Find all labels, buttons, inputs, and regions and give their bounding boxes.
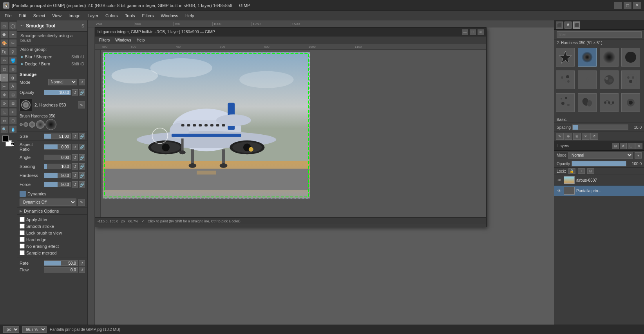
brush-action-new[interactable]: ⊞ xyxy=(573,133,581,140)
tool-clone[interactable]: ⊕ xyxy=(9,65,17,73)
inner-maximize[interactable]: □ xyxy=(470,29,476,35)
layers-btn4[interactable]: ✕ xyxy=(635,143,642,149)
rate-reset[interactable]: ↺ xyxy=(79,260,85,266)
menu-select[interactable]: Select xyxy=(30,13,49,19)
tool-zoom[interactable]: 🔍 xyxy=(0,125,8,133)
sample-merged-checkbox[interactable] xyxy=(20,250,25,255)
spacing-link[interactable]: 🔗 xyxy=(79,163,85,170)
menu-colors[interactable]: Colors xyxy=(102,13,121,19)
force-link[interactable]: 🔗 xyxy=(79,181,85,188)
menu-filters[interactable]: Filters xyxy=(139,13,157,19)
tool-measure[interactable]: ⊢ xyxy=(0,82,8,90)
sample-merged-label[interactable]: Sample merged xyxy=(26,251,57,255)
layers-mode-select[interactable]: Normal xyxy=(568,152,633,159)
brush-action-edit[interactable]: ✎ xyxy=(556,133,564,140)
angle-link[interactable]: 🔗 xyxy=(79,154,85,161)
layers-mode-btn[interactable]: ▾ xyxy=(635,152,642,159)
flow-reset[interactable]: ↺ xyxy=(79,267,85,273)
flow-slider[interactable]: 0.0 xyxy=(44,267,78,273)
angle-reset[interactable]: ↺ xyxy=(72,154,78,161)
canvas-viewport[interactable]: bit gamma integer, GIMP built-in sRGB, 1… xyxy=(95,27,554,325)
size-reset[interactable]: ↺ xyxy=(72,133,78,139)
inner-menu-filters[interactable]: Filters xyxy=(97,38,112,43)
zoom-select[interactable]: 66.7 % xyxy=(22,326,47,333)
tool-transform[interactable]: ⟳ xyxy=(0,99,8,107)
smooth-stroke-checkbox[interactable] xyxy=(20,224,25,229)
menu-image[interactable]: Image xyxy=(65,13,84,19)
tool-free-select[interactable]: ⬟ xyxy=(0,31,8,38)
brush-edit-button[interactable]: ✎ xyxy=(78,101,85,108)
tool-scale[interactable]: ⊠ xyxy=(9,99,17,107)
apply-jitter-checkbox[interactable] xyxy=(20,217,25,222)
brush-cell-texture1[interactable] xyxy=(556,70,575,89)
force-slider[interactable]: 50.0 xyxy=(44,182,71,187)
dynamics-select[interactable]: Dynamics Off xyxy=(20,199,76,206)
hardness-link[interactable]: 🔗 xyxy=(79,172,85,179)
tool-rect-select[interactable]: ▭ xyxy=(0,22,8,30)
color-swatches[interactable]: ⇄ xyxy=(2,135,15,146)
layers-btn2[interactable]: ↺ xyxy=(620,143,627,149)
lock-btn3[interactable]: ⊡ xyxy=(587,168,594,174)
mode-reset-btn[interactable]: ↺ xyxy=(79,79,85,85)
mode-select[interactable]: Normal xyxy=(48,79,78,85)
brush-action-refresh[interactable]: ↺ xyxy=(590,133,598,140)
swap-colors[interactable]: ⇄ xyxy=(11,143,14,146)
layer-row-2[interactable]: 👁 Pantalla prin... xyxy=(554,186,644,196)
hard-edge-label[interactable]: Hard edge xyxy=(26,237,46,242)
tool-align[interactable]: ⊞ xyxy=(9,91,17,99)
size-link[interactable]: 🔗 xyxy=(79,133,85,139)
smooth-stroke-label[interactable]: Smooth stroke xyxy=(26,224,54,229)
brush-cell-hard[interactable] xyxy=(621,48,640,67)
brush-cell-scatter4[interactable] xyxy=(621,93,640,112)
layer-row-1[interactable]: 👁 airbus-8607 xyxy=(554,175,644,186)
tool-shear[interactable]: ◺ xyxy=(0,108,8,116)
layers-btn1[interactable]: ⊞ xyxy=(612,143,619,149)
brush-cell-texture3[interactable] xyxy=(600,70,619,89)
tool-color-picker[interactable]: 💧 xyxy=(9,125,17,133)
lock-brush-label[interactable]: Lock brush to view xyxy=(26,231,62,235)
force-reset[interactable]: ↺ xyxy=(72,181,78,188)
brush-cell-star[interactable] xyxy=(556,48,575,67)
lock-btn2[interactable]: + xyxy=(578,168,585,174)
inner-minimize[interactable]: — xyxy=(462,29,468,35)
tool-flip[interactable]: ⇔ xyxy=(0,117,8,125)
also-group-blur[interactable]: ● Blur / Sharpen Shift+U xyxy=(20,53,84,60)
close-button[interactable]: ✕ xyxy=(633,2,641,9)
opacity-reset[interactable]: ↺ xyxy=(72,89,78,96)
brush-cell-scatter2[interactable] xyxy=(578,93,597,112)
lock-brush-checkbox[interactable] xyxy=(20,230,25,235)
brush-filter-input[interactable] xyxy=(557,31,642,38)
menu-edit[interactable]: Edit xyxy=(16,13,29,19)
brush-cell-hardness050[interactable] xyxy=(578,48,597,67)
inner-close[interactable]: ✕ xyxy=(478,29,484,35)
menu-layer[interactable]: Layer xyxy=(85,13,102,19)
brush-action-delete[interactable]: ✕ xyxy=(582,133,590,140)
tool-move[interactable]: ✥ xyxy=(0,91,8,99)
tool-bucket[interactable]: 🪣 xyxy=(9,56,17,64)
aspect-slider[interactable]: 0.00 xyxy=(44,144,71,150)
no-erasing-checkbox[interactable] xyxy=(20,244,25,249)
tool-by-color[interactable]: 🎨 xyxy=(0,39,8,47)
also-group-dodge[interactable]: ● Dodge / Burn Shift+D xyxy=(20,60,84,67)
menu-tools[interactable]: Tools xyxy=(122,13,138,19)
brush-cell-soft[interactable] xyxy=(600,48,619,67)
rp-icon-brush[interactable]: ⬛ xyxy=(556,22,563,29)
brush-cell-texture2[interactable]: ✦ xyxy=(578,70,597,89)
apply-jitter-label[interactable]: Apply Jitter xyxy=(26,217,47,222)
aspect-reset[interactable]: ↺ xyxy=(72,144,78,150)
tool-paths[interactable]: ⚲ xyxy=(9,48,17,56)
window-controls[interactable]: — □ ✕ xyxy=(614,2,641,9)
lock-btn1[interactable]: 🔒 xyxy=(568,168,575,174)
angle-slider[interactable]: 0.00 xyxy=(44,155,71,160)
inner-menu-windows[interactable]: Windows xyxy=(113,38,134,43)
fg-color[interactable] xyxy=(2,135,9,142)
brush-cell-texture4[interactable] xyxy=(621,70,640,89)
tool-foreground-select[interactable]: Fg xyxy=(0,48,8,56)
tool-eraser[interactable]: ◻ xyxy=(0,65,8,73)
dynamics-options-toggle[interactable]: ▶ Dynamics Options xyxy=(20,209,85,213)
hardness-slider[interactable]: 50.0 xyxy=(44,173,71,178)
tool-perspective[interactable]: ⟡ xyxy=(9,108,17,116)
menu-view[interactable]: View xyxy=(49,13,65,19)
no-erasing-label[interactable]: No erasing effect xyxy=(26,244,59,249)
menu-help[interactable]: Help xyxy=(182,13,197,19)
